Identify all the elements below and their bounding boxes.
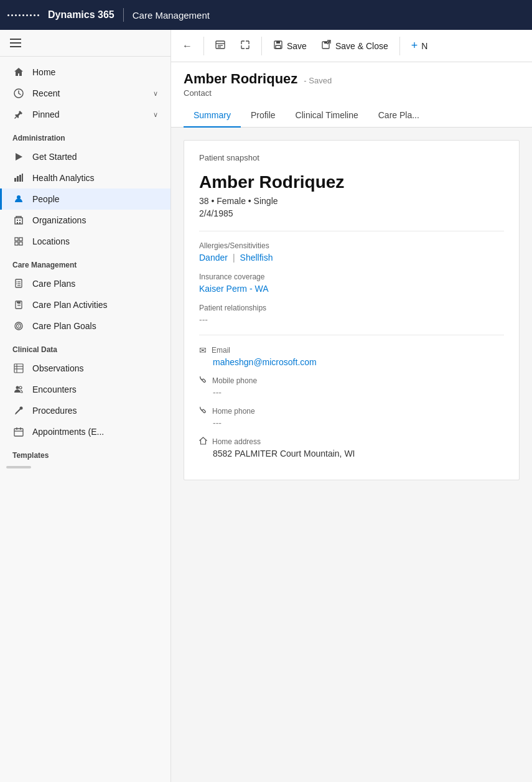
sidebar-item-locations[interactable]: Locations [0,231,170,252]
tab-summary[interactable]: Summary [184,104,241,128]
mobile-phone-value: --- [199,388,504,398]
svg-rect-10 [17,222,18,224]
svg-rect-37 [14,429,23,436]
sidebar-item-care-plan-goals[interactable]: Care Plan Goals [0,315,170,337]
page-content: Patient snapshot Amber Rodriquez 38 • Fe… [171,128,532,782]
sidebar-care-plans-label: Care Plans [32,279,75,289]
sidebar-procedures-label: Procedures [32,406,77,416]
svg-rect-14 [15,242,18,245]
svg-rect-49 [324,42,327,44]
tabs-bar: Summary Profile Clinical Timeline Care P… [171,104,532,128]
sidebar-item-home[interactable]: Home [0,62,170,83]
care-plans-icon [12,279,25,289]
sidebar-item-encounters[interactable]: Encounters [0,379,170,400]
tab-profile[interactable]: Profile [241,104,286,128]
care-plan-activities-icon [12,300,25,310]
home-address-value: 8582 PALMITER Court Mountain, WI [199,449,504,458]
target-icon [12,321,25,331]
toolbar-divider-3 [399,37,400,55]
svg-marker-1 [16,153,22,161]
save-label: Save [287,41,307,51]
svg-rect-2 [14,178,16,182]
content-area: ← Save [171,30,532,782]
save-close-button[interactable]: Save & Close [315,36,394,56]
address-icon [199,437,207,447]
sidebar-item-appointments[interactable]: Appointments (E... [0,421,170,442]
sidebar-item-care-plans[interactable]: Care Plans [0,273,170,294]
save-close-icon [322,40,332,52]
mobile-icon [199,376,207,386]
svg-marker-51 [200,437,207,444]
hamburger-menu[interactable] [7,36,163,50]
home-address-label-row: Home address [199,437,504,447]
save-close-label: Save & Close [335,41,388,51]
sidebar-item-procedures[interactable]: Procedures [0,400,170,421]
home-phone-value: --- [199,418,504,428]
save-button[interactable]: Save [267,36,313,56]
person-icon [12,194,25,204]
back-button[interactable]: ← [176,37,198,55]
sidebar-item-care-plan-activities[interactable]: Care Plan Activities [0,294,170,315]
sidebar-home-label: Home [32,67,55,77]
sidebar-recent-label: Recent [32,88,60,98]
sidebar-scroll-indicator [6,466,31,468]
sidebar-organizations-label: Organizations [32,215,86,225]
sidebar-item-recent[interactable]: Recent ∨ [0,83,170,104]
svg-rect-4 [19,175,21,182]
patient-snapshot-card: Patient snapshot Amber Rodriquez 38 • Fe… [184,140,520,480]
allergies-section: Allergies/Sensitivities Dander | Shellfi… [199,241,504,263]
toolbar-divider-1 [203,37,204,55]
sidebar-item-health-analytics[interactable]: Health Analytics [0,167,170,189]
svg-rect-3 [17,176,19,182]
svg-rect-7 [15,218,22,224]
page-header: Amber Rodriquez - Saved Contact [171,62,532,98]
new-button[interactable]: + N [405,35,434,56]
pin-icon [12,109,25,119]
app-name: Dynamics 365 [48,9,114,21]
tab-care-plan[interactable]: Care Pla... [368,104,429,128]
mobile-phone-label-row: Mobile phone [199,376,504,386]
page-subtitle: Contact [184,88,520,98]
form-view-button[interactable] [209,36,231,56]
saved-badge: - Saved [304,76,332,85]
sidebar-people-label: People [32,194,60,204]
sidebar-encounters-label: Encounters [32,384,77,394]
relationships-label: Patient relationships [199,304,504,312]
allergy-dander[interactable]: Dander [199,253,228,263]
sidebar-top [0,30,170,57]
procedures-icon [12,406,25,416]
home-address-contact-item: Home address 8582 PALMITER Court Mountai… [199,437,504,458]
app-grid-icon[interactable] [7,14,39,16]
insurance-value[interactable]: Kaiser Perm - WA [199,284,504,294]
observations-icon [12,363,25,373]
sidebar-appointments-label: Appointments (E... [32,427,104,437]
svg-point-33 [19,386,22,389]
svg-point-27 [18,325,19,327]
sidebar-item-people[interactable]: People [0,189,170,210]
svg-rect-12 [15,238,18,241]
top-bar: Dynamics 365 Care Management [0,0,532,30]
svg-rect-46 [276,41,280,44]
clock-icon [12,88,25,98]
analytics-icon [12,173,25,183]
expand-button[interactable] [234,36,256,56]
tab-clinical-timeline[interactable]: Clinical Timeline [286,104,368,128]
sidebar-item-get-started[interactable]: Get Started [0,146,170,167]
sidebar-item-pinned[interactable]: Pinned ∨ [0,104,170,125]
home-phone-contact-item: Home phone --- [199,406,504,428]
svg-rect-15 [19,242,22,245]
new-label: N [421,41,427,51]
phone-icon [199,406,207,416]
email-label-row: ✉ Email [199,345,504,355]
home-address-label: Home address [212,437,261,446]
sidebar-item-observations[interactable]: Observations [0,358,170,379]
mobile-phone-contact-item: Mobile phone --- [199,376,504,398]
allergy-shellfish[interactable]: Shellfish [240,253,273,263]
sidebar-item-organizations[interactable]: Organizations [0,210,170,231]
svg-rect-13 [19,238,22,241]
toolbar-divider-2 [261,37,262,55]
email-contact-item: ✉ Email maheshgn@microsoft.com [199,345,504,367]
email-icon: ✉ [199,345,207,355]
top-bar-divider [123,8,124,22]
email-value[interactable]: maheshgn@microsoft.com [199,357,504,367]
